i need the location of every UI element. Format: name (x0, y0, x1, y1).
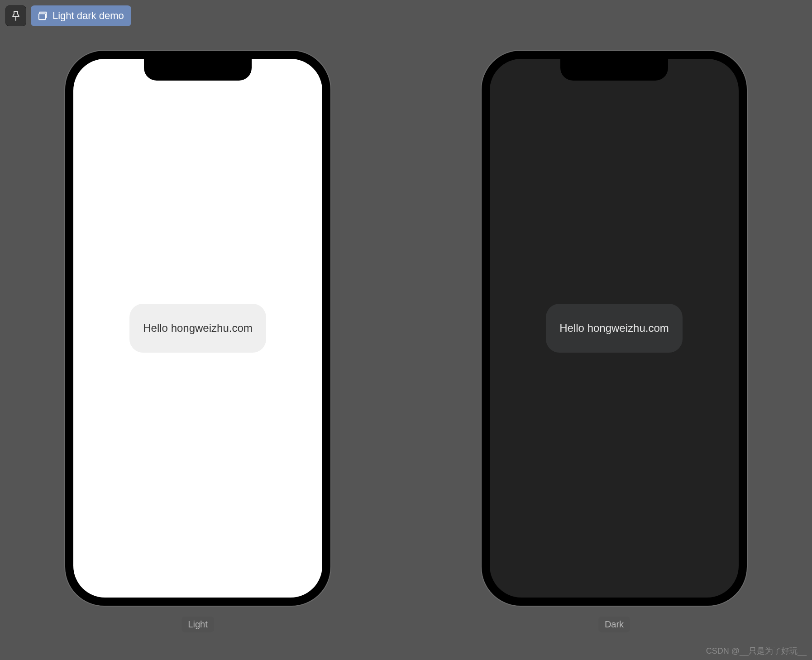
preview-container: Hello hongweizhu.com Light Hello hongwei… (0, 50, 812, 632)
phone-screen-dark: Hello hongweizhu.com (490, 59, 739, 598)
theme-label-light: Light (182, 617, 214, 632)
pin-button[interactable] (5, 5, 26, 26)
pin-icon (11, 10, 20, 21)
phone-frame-dark: Hello hongweizhu.com (481, 50, 748, 607)
phone-notch (560, 59, 668, 81)
toolbar: Light dark demo (5, 5, 131, 26)
card-text-dark: Hello hongweizhu.com (559, 322, 669, 334)
phone-notch (144, 59, 252, 81)
phone-frame-light: Hello hongweizhu.com (64, 50, 331, 607)
preview-light: Hello hongweizhu.com Light (64, 50, 331, 632)
svg-rect-1 (39, 14, 46, 19)
watermark: CSDN @__只是为了好玩__ (706, 646, 807, 656)
title-button[interactable]: Light dark demo (31, 5, 131, 26)
phone-screen-light: Hello hongweizhu.com (73, 59, 322, 598)
theme-label-dark: Dark (598, 617, 630, 632)
card-text-light: Hello hongweizhu.com (143, 322, 252, 334)
window-icon (38, 11, 48, 21)
content-card-dark: Hello hongweizhu.com (546, 304, 682, 353)
title-label: Light dark demo (53, 10, 124, 22)
preview-dark: Hello hongweizhu.com Dark (481, 50, 748, 632)
content-card-light: Hello hongweizhu.com (129, 304, 266, 353)
